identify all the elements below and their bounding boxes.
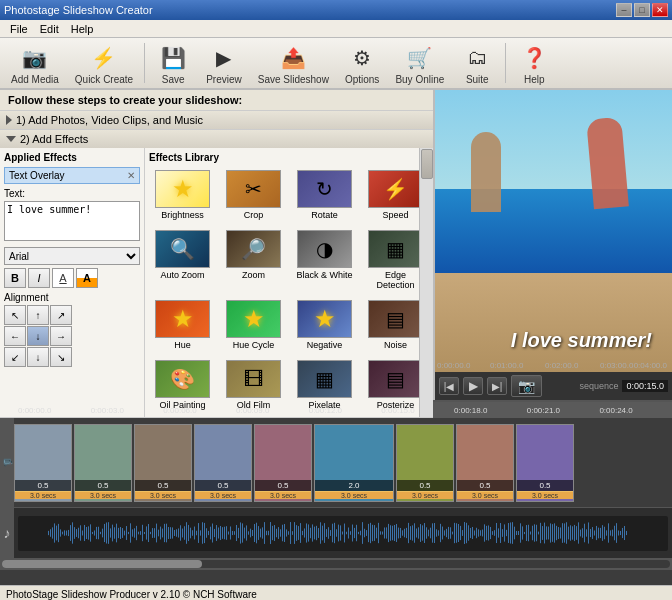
clip-duration: 0.5 — [195, 480, 251, 491]
snapshot-button[interactable]: 📷 — [511, 375, 542, 397]
svg-rect-76 — [198, 523, 199, 543]
alignment-grid: ↖ ↑ ↗ ← ↓ → ↙ ↓ ↘ — [4, 305, 140, 367]
timeline-clip[interactable]: 0.53.0 secs — [74, 424, 132, 502]
bold-button[interactable]: B — [4, 268, 26, 288]
remove-effect-button[interactable]: ✕ — [127, 170, 135, 181]
clip-preview — [15, 425, 71, 480]
timeline-clip[interactable]: 0.53.0 secs — [254, 424, 312, 502]
save-button[interactable]: 💾 Save — [149, 38, 197, 89]
svg-rect-19 — [84, 525, 85, 541]
timeline-clip[interactable]: 0.53.0 secs — [396, 424, 454, 502]
buy-online-button[interactable]: 🛒 Buy Online — [388, 38, 451, 89]
effect-pixelate[interactable]: ▦Pixelate — [291, 357, 358, 413]
scrollbar-thumb[interactable] — [421, 149, 433, 179]
scrollbar-handle[interactable] — [2, 560, 202, 568]
align-bottomcenter[interactable]: ↓ — [27, 347, 49, 367]
svg-rect-120 — [286, 529, 287, 536]
effect-zoom[interactable]: 🔎Zoom — [220, 227, 287, 293]
effect-bw[interactable]: ◑Black & White — [291, 227, 358, 293]
quick-create-button[interactable]: ⚡ Quick Create — [68, 38, 140, 89]
svg-rect-47 — [140, 531, 141, 535]
menu-edit[interactable]: Edit — [34, 22, 65, 36]
timeline-clip[interactable]: 0.53.0 secs — [134, 424, 192, 502]
align-topcenter[interactable]: ↑ — [27, 305, 49, 325]
timeline-scrollbar[interactable] — [0, 558, 672, 570]
align-center[interactable]: ↓ — [27, 326, 49, 346]
timeline-clip[interactable]: 0.53.0 secs — [456, 424, 514, 502]
timeline-clip[interactable]: 0.53.0 secs — [516, 424, 574, 502]
effects-scrollbar[interactable] — [419, 148, 433, 417]
align-right[interactable]: → — [50, 326, 72, 346]
svg-rect-94 — [234, 531, 235, 535]
effect-img-oldfilm: 🎞 — [226, 360, 281, 398]
svg-rect-145 — [336, 529, 337, 536]
svg-rect-42 — [130, 523, 131, 542]
menu-file[interactable]: File — [4, 22, 34, 36]
suite-button[interactable]: 🗂 Suite — [453, 38, 501, 89]
svg-rect-80 — [206, 528, 207, 537]
preview-area: I love summer! 0:00:00.0 0:01:00.0 0:02:… — [435, 90, 672, 372]
align-topright[interactable]: ↗ — [50, 305, 72, 325]
align-bottomleft[interactable]: ↙ — [4, 347, 26, 367]
italic-button[interactable]: I — [28, 268, 50, 288]
effect-rotate[interactable]: ↻Rotate — [291, 167, 358, 223]
align-left[interactable]: ← — [4, 326, 26, 346]
effect-img-autozoom: 🔍 — [155, 230, 210, 268]
minimize-button[interactable]: – — [616, 3, 632, 17]
svg-rect-121 — [288, 531, 289, 535]
step2-header[interactable]: 2) Add Effects — [0, 130, 433, 148]
effect-oilpaint[interactable]: 🎨Oil Painting — [149, 357, 216, 413]
timeline-clip[interactable]: 2.03.0 secs — [314, 424, 394, 502]
svg-rect-282 — [610, 530, 611, 535]
clip-duration: 2.0 — [315, 480, 393, 491]
effect-negative[interactable]: ★Negative — [291, 297, 358, 353]
align-topleft[interactable]: ↖ — [4, 305, 26, 325]
svg-rect-133 — [312, 524, 313, 541]
effect-brightness[interactable]: ★Brightness — [149, 167, 216, 223]
options-button[interactable]: ⚙ Options — [338, 38, 386, 89]
effect-hue[interactable]: ★Hue — [149, 297, 216, 353]
svg-rect-58 — [162, 529, 163, 538]
audio-track: ♪ — [0, 508, 672, 558]
svg-rect-98 — [242, 523, 243, 542]
svg-rect-265 — [576, 526, 577, 540]
align-bottomright[interactable]: ↘ — [50, 347, 72, 367]
effect-crop[interactable]: ✂Crop — [220, 167, 287, 223]
help-button[interactable]: ❓ Help — [510, 38, 558, 89]
effect-oldfilm[interactable]: 🎞Old Film — [220, 357, 287, 413]
step2-item: 2) Add Effects Applied Effects Text Over… — [0, 130, 433, 418]
close-button[interactable]: ✕ — [652, 3, 668, 17]
play-button[interactable]: ▶ — [463, 377, 483, 395]
effect-name-oldfilm: Old Film — [237, 400, 271, 410]
timeline-clip[interactable]: 0.53.0 secs — [14, 424, 72, 502]
svg-rect-101 — [248, 531, 249, 534]
text-bgcolor-button[interactable]: A — [76, 268, 98, 288]
text-overlay-effect[interactable]: Text Overlay ✕ — [4, 167, 140, 184]
svg-rect-233 — [512, 522, 513, 544]
save-slideshow-button[interactable]: 📤 Save Slideshow — [251, 38, 336, 89]
effect-huecycle[interactable]: ★Hue Cycle — [220, 297, 287, 353]
text-color-button[interactable]: A — [52, 268, 74, 288]
menu-help[interactable]: Help — [65, 22, 100, 36]
svg-rect-71 — [188, 525, 189, 541]
effect-name-pixelate: Pixelate — [308, 400, 340, 410]
ruler-tick: 0:00:24.0 — [599, 406, 672, 415]
timeline-clip[interactable]: 0.53.0 secs — [194, 424, 252, 502]
svg-rect-17 — [80, 525, 81, 540]
add-media-button[interactable]: 📷 Add Media — [4, 38, 66, 89]
effect-autozoom[interactable]: 🔍Auto Zoom — [149, 227, 216, 293]
font-select[interactable]: Arial — [4, 247, 140, 265]
svg-rect-68 — [182, 529, 183, 538]
effect-name-autozoom: Auto Zoom — [160, 270, 204, 280]
svg-rect-2 — [50, 529, 51, 537]
svg-rect-240 — [526, 525, 527, 541]
skip-forward-button[interactable]: ▶| — [487, 377, 507, 395]
svg-rect-180 — [406, 528, 407, 538]
step1-header[interactable]: 1) Add Photos, Video Clips, and Music — [0, 111, 433, 129]
text-overlay-input[interactable]: I love summer! — [4, 201, 140, 241]
skip-back-button[interactable]: |◀ — [439, 377, 459, 395]
effect-img-posterize: ▤ — [368, 360, 423, 398]
clip-preview — [255, 425, 311, 480]
preview-button[interactable]: ▶ Preview — [199, 38, 249, 89]
maximize-button[interactable]: □ — [634, 3, 650, 17]
